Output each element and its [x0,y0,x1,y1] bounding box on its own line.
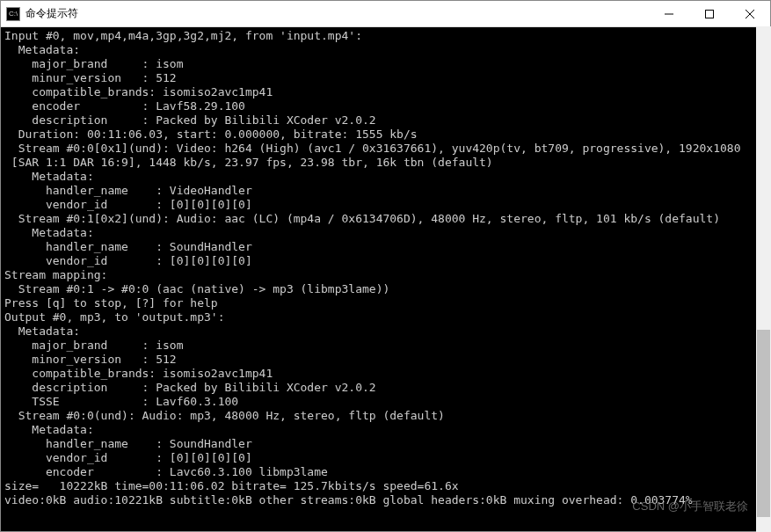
vertical-scrollbar[interactable] [756,26,771,532]
terminal-line: vendor_id : [0][0][0][0] [4,254,767,268]
terminal-line: compatible_brands: isomiso2avc1mp41 [4,85,767,99]
terminal-line: handler_name : SoundHandler [4,437,767,451]
terminal-line: vendor_id : [0][0][0][0] [4,451,767,465]
terminal-line: Stream #0:1[0x2](und): Audio: aac (LC) (… [4,212,767,226]
terminal-line: handler_name : SoundHandler [4,240,767,254]
terminal-line: Input #0, mov,mp4,m4a,3gp,3g2,mj2, from … [4,29,767,43]
terminal-line: size= 10222kB time=00:11:06.02 bitrate= … [4,479,767,493]
command-prompt-window: C:\ 命令提示符 Input #0, mov,mp4,m4a,3gp,3g2,… [0,0,771,532]
svg-rect-1 [706,10,714,18]
scrollbar-thumb[interactable] [757,330,770,517]
terminal-line: Stream #0:0(und): Audio: mp3, 48000 Hz, … [4,409,767,423]
terminal-line: minor_version : 512 [4,353,767,367]
terminal-line: Stream #0:0[0x1](und): Video: h264 (High… [4,142,767,156]
titlebar[interactable]: C:\ 命令提示符 [1,1,770,27]
terminal-line: Duration: 00:11:06.03, start: 0.000000, … [4,128,767,142]
terminal-line: [SAR 1:1 DAR 16:9], 1448 kb/s, 23.97 fps… [4,156,767,170]
terminal-line: Metadata: [4,423,767,437]
terminal-output[interactable]: Input #0, mov,mp4,m4a,3gp,3g2,mj2, from … [1,27,770,531]
terminal-line: vendor_id : [0][0][0][0] [4,198,767,212]
terminal-line: major_brand : isom [4,339,767,353]
terminal-line: description : Packed by Bilibili XCoder … [4,381,767,395]
terminal-line: Metadata: [4,43,767,57]
terminal-line: TSSE : Lavf60.3.100 [4,395,767,409]
terminal-line: encoder : Lavc60.3.100 libmp3lame [4,465,767,479]
terminal-line: Stream #0:1 -> #0:0 (aac (native) -> mp3… [4,282,767,296]
terminal-line: Metadata: [4,226,767,240]
minimize-button[interactable] [649,1,689,27]
terminal-line: handler_name : VideoHandler [4,184,767,198]
window-controls [649,1,770,27]
terminal-line: encoder : Lavf58.29.100 [4,99,767,113]
window-title: 命令提示符 [25,6,649,21]
terminal-line: Output #0, mp3, to 'output.mp3': [4,310,767,324]
terminal-line: compatible_brands: isomiso2avc1mp41 [4,367,767,381]
minimize-icon [665,10,673,18]
terminal-line: major_brand : isom [4,57,767,71]
terminal-line: Press [q] to stop, [?] for help [4,296,767,310]
terminal-line: minur_version : 512 [4,71,767,85]
maximize-button[interactable] [689,1,730,27]
close-button[interactable] [730,1,770,27]
terminal-line: Stream mapping: [4,268,767,282]
terminal-line: Metadata: [4,324,767,339]
watermark-text: CSDN @小手智联老徐 [632,499,748,514]
terminal-line: description : Packed by Bilibili XCoder … [4,113,767,128]
terminal-line: Metadata: [4,170,767,184]
app-icon: C:\ [6,7,20,21]
maximize-icon [705,10,714,18]
close-icon [746,10,754,18]
